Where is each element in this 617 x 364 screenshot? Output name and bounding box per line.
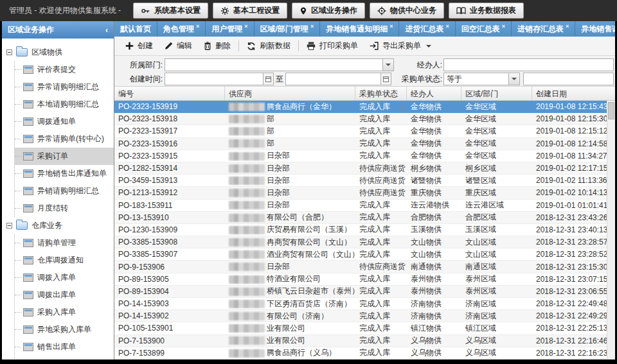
table-row[interactable]: PO-89-153904桥镇飞云日杂超市（泰州）完成入库泰州物供泰州区域2018… bbox=[114, 286, 615, 298]
tab[interactable]: 角色管理× bbox=[157, 21, 206, 37]
top-menu-button[interactable]: 区域业务操作 bbox=[292, 3, 365, 19]
table-row[interactable]: PO-7-153899腾食品商行（义乌）完成入库义乌物供义乌区域2018-12-… bbox=[114, 347, 615, 360]
tree-item[interactable]: 异常请购明细汇总 bbox=[15, 78, 114, 96]
tree-item[interactable]: 本地请购明细汇总 bbox=[15, 96, 114, 113]
toolbar-button[interactable]: 打印采购单 bbox=[301, 39, 364, 54]
status-value-input[interactable] bbox=[524, 73, 613, 85]
calendar-button[interactable] bbox=[263, 73, 273, 85]
supplier-cell: 酒业商贸有限公司（文山） bbox=[225, 249, 355, 260]
table-row[interactable]: PO-14-153902有限公司（济南）完成入库济南物供济南区域2018-12-… bbox=[114, 310, 615, 322]
top-menu-button[interactable]: 物供中心业务 bbox=[370, 3, 444, 19]
scrollbar-thumb[interactable] bbox=[608, 102, 614, 119]
redacted-supplier-block bbox=[229, 349, 265, 358]
tree-item-label: 请购单管理 bbox=[37, 238, 76, 248]
table-row[interactable]: PO-13-153910有限公司（合肥）完成入库合肥物供合肥区域2018-12-… bbox=[114, 212, 615, 224]
column-header[interactable]: 经办人 bbox=[407, 87, 461, 100]
tree-item[interactable]: 调拨入库单 bbox=[15, 269, 114, 286]
created-to-input[interactable] bbox=[286, 73, 380, 85]
tab-close-icon[interactable]: × bbox=[566, 23, 569, 30]
column-header[interactable]: 创建日期 bbox=[532, 87, 615, 100]
table-row[interactable]: PO-7-153900业有限公司完成入库义乌物供义乌区域2018-12-31 2… bbox=[114, 335, 615, 347]
tab[interactable]: 区域/部门管理× bbox=[255, 21, 321, 37]
tree-item[interactable]: 异常请购单(转中心) bbox=[15, 130, 114, 148]
supplier-cell: 日杂部 bbox=[225, 175, 355, 186]
table-row[interactable]: PO-3459-153913日杂部待供应商送货诸暨物供诸暨区域2019-01-0… bbox=[114, 175, 615, 187]
tree-item[interactable]: 异地销售出库通知单 bbox=[15, 165, 114, 182]
tree-item[interactable]: 采购入库单 bbox=[15, 304, 114, 321]
tree-item[interactable]: 销售出库单 bbox=[15, 338, 114, 356]
supplier-text: 业有限公司 bbox=[267, 336, 305, 345]
toolbar-button[interactable]: 编辑 bbox=[159, 39, 198, 54]
tree-group-children: 请购单管理仓库调拨通知调拨入库单调拨出库单采购入库单异地采购入库单销售出库单异地… bbox=[14, 234, 114, 360]
tree-item[interactable]: 请购单管理 bbox=[15, 234, 114, 252]
tab[interactable]: 默认首页 bbox=[114, 21, 157, 37]
tree-item[interactable]: 异销请购明细汇总 bbox=[15, 182, 114, 200]
column-header[interactable]: 区域/部门 bbox=[461, 87, 532, 100]
toolbar-button[interactable]: 导出采购单 bbox=[364, 39, 437, 54]
table-row[interactable]: PO-3385-153908冉商贸有限公司（文山）完成入库文山物供文山区域201… bbox=[114, 236, 615, 248]
table-row[interactable]: PO-183-153911日杂部完成入库连云港物供连云港区域2019-01-01… bbox=[114, 200, 615, 212]
tab[interactable]: 异地销售通知明细× bbox=[320, 21, 399, 37]
tree-group[interactable]: 区域物供 bbox=[6, 44, 114, 61]
table-row[interactable]: PO-105-153901业有限公司完成入库镇江物供镇江区域2018-12-31… bbox=[114, 322, 615, 334]
tab-close-icon[interactable]: × bbox=[310, 23, 314, 30]
table-row[interactable]: PO-1282-153914日杂部待供应商送货桐乡物供桐乡区域2019-01-0… bbox=[114, 162, 615, 175]
created-date-cell: 2018-12-31 22:25:13 bbox=[532, 324, 607, 333]
tab[interactable]: 异地销售调整明细× bbox=[575, 21, 615, 37]
table-row[interactable]: PO-89-153905特酒业有限公司完成入库泰州物供泰州区域2018-12-3… bbox=[114, 273, 615, 286]
column-header[interactable]: 供应商 bbox=[225, 87, 355, 100]
tree-item[interactable]: 月度结转 bbox=[15, 200, 114, 217]
top-menu-button[interactable]: 系统基本设置 bbox=[133, 3, 208, 19]
table-row[interactable]: PO-1230-153909庆贸易有限公司（玉溪）完成入库玉溪物供玉溪区域201… bbox=[114, 224, 615, 236]
tree-item[interactable]: 异地采购入库单 bbox=[15, 321, 114, 338]
tab-close-icon[interactable]: × bbox=[244, 23, 247, 30]
sidebar-collapse-icon[interactable]: ‹ bbox=[105, 26, 108, 35]
refresh-icon bbox=[247, 42, 256, 51]
table-row[interactable]: PO-2323-153919腾食品商行（金华）完成入库金华物供金华区域2019-… bbox=[114, 101, 615, 113]
tree-expander-icon[interactable] bbox=[6, 223, 12, 229]
table-row[interactable]: PO-3385-153907酒业商贸有限公司（文山）完成入库文山物供文山区域20… bbox=[114, 248, 615, 261]
status-operator-dropdown-button[interactable] bbox=[508, 73, 519, 85]
tab[interactable]: 回空汇总表× bbox=[456, 21, 512, 37]
toolbar-button[interactable]: 删除 bbox=[198, 39, 237, 54]
tree-item[interactable]: 调拨通知单 bbox=[15, 113, 114, 130]
tab-close-icon[interactable]: × bbox=[389, 23, 393, 30]
calendar-button[interactable] bbox=[380, 73, 391, 85]
operator-input[interactable] bbox=[444, 59, 613, 71]
created-from-input[interactable] bbox=[165, 73, 263, 85]
plus-icon bbox=[125, 42, 134, 50]
table-row[interactable]: PO-14-153903下区勇清百货店（济南）完成入库济南物供济南区域2018-… bbox=[114, 298, 615, 310]
top-menu-button[interactable]: 业务数据报表 bbox=[449, 3, 524, 19]
created-date-cell: 2018-12-31 23:06:55 bbox=[532, 287, 607, 296]
column-header[interactable]: 编号 bbox=[114, 87, 225, 100]
vertical-scrollbar[interactable] bbox=[607, 101, 615, 360]
table-row[interactable]: PO-9-153906日杂部待供应商送货南通物供南通区域2018-12-31 2… bbox=[114, 261, 615, 273]
table-row[interactable]: PO-2323-153918部完成入库金华物供金华区域2019-01-08 12… bbox=[114, 113, 615, 125]
table-row[interactable]: PO-2323-153915日杂部完成入库金华物供金华区域2019-01-08 … bbox=[114, 150, 615, 162]
tab[interactable]: 进货汇总表× bbox=[399, 21, 455, 37]
table-row[interactable]: PO-2323-153917部完成入库金华物供金华区域2019-01-08 12… bbox=[114, 125, 615, 137]
tree-item[interactable]: 异地销售出库 bbox=[15, 356, 114, 360]
tab-close-icon[interactable]: × bbox=[196, 23, 199, 30]
top-menu-button[interactable]: 基本工程设置 bbox=[213, 3, 287, 19]
table-row[interactable]: PO-2323-153916部完成入库金华物供金华区域2019-01-08 12… bbox=[114, 138, 615, 150]
region-cell: 泰州区域 bbox=[461, 286, 532, 297]
column-header[interactable]: 采购单状态 bbox=[355, 87, 407, 100]
tree-item[interactable]: 评价表提交 bbox=[15, 61, 114, 78]
department-dropdown-button[interactable] bbox=[382, 59, 393, 71]
department-input[interactable] bbox=[165, 59, 382, 71]
tree-group-label: 仓库业务 bbox=[31, 220, 62, 231]
tree-item[interactable]: 采购订单 bbox=[15, 148, 114, 165]
tab-close-icon[interactable]: × bbox=[502, 23, 505, 30]
tree-expander-icon[interactable] bbox=[6, 49, 12, 55]
tab-close-icon[interactable]: × bbox=[445, 23, 449, 30]
tab[interactable]: 用户管理× bbox=[206, 21, 254, 37]
tab[interactable]: 进销存汇总表× bbox=[512, 21, 575, 37]
tree-item-label: 异地销售出库 bbox=[37, 359, 84, 360]
tree-item[interactable]: 调拨出库单 bbox=[15, 286, 114, 304]
toolbar-button[interactable]: 刷新数据 bbox=[241, 39, 296, 54]
table-row[interactable]: PO-1213-153912日杂部待供应商送货重庆物供重庆区域2019-01-0… bbox=[114, 187, 615, 199]
toolbar-button[interactable]: 创建 bbox=[120, 39, 159, 54]
tree-group[interactable]: 仓库业务 bbox=[6, 217, 114, 234]
tree-item[interactable]: 仓库调拨通知 bbox=[15, 252, 114, 269]
